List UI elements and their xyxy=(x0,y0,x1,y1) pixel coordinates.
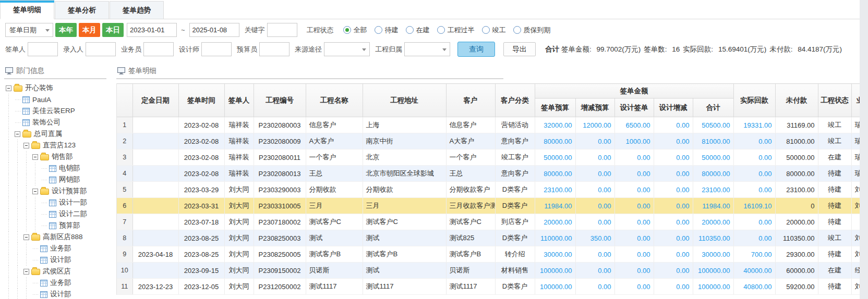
tree-node[interactable]: 设计一部 xyxy=(5,197,111,208)
quick-button-本年[interactable]: 本年 xyxy=(55,23,77,37)
column-header-设计增减[interactable]: 设计增减 xyxy=(654,98,693,117)
tree-node[interactable]: 美佳云装ERP xyxy=(5,105,111,117)
tree-node[interactable]: 高新区店888 xyxy=(5,231,111,243)
date-field-select[interactable]: 签单日期 xyxy=(5,23,53,37)
tree-node[interactable]: 电销部 xyxy=(5,163,111,174)
table-cell: 营销活动 xyxy=(495,117,535,133)
quick-button-本日[interactable]: 本日 xyxy=(102,23,124,37)
table-row[interactable]: 52023-03-29刘大同P2303290003分期收款分期收款分期收款客户D… xyxy=(117,182,860,198)
person-field-input-签单人[interactable] xyxy=(28,42,58,56)
row-number-cell: 7 xyxy=(117,214,132,230)
tree-indent-guide xyxy=(5,197,14,208)
status-radio-竣工[interactable]: 竣工 xyxy=(482,26,506,35)
column-header-定金日期[interactable]: 定金日期 xyxy=(132,84,178,117)
column-header-签单人[interactable]: 签单人 xyxy=(224,84,254,117)
tree-node[interactable]: 设计预算部 xyxy=(5,185,111,197)
tree-node[interactable]: 网销部 xyxy=(5,174,111,185)
person-field-input-录入人[interactable] xyxy=(86,42,116,56)
table-cell: P2302080009 xyxy=(254,133,306,150)
column-header-工程名称[interactable]: 工程名称 xyxy=(306,84,363,117)
tree-node[interactable]: 装饰公司 xyxy=(5,117,111,128)
tree-node[interactable]: 预算部 xyxy=(5,220,111,231)
table-row[interactable]: 72023-07-18刘大同P2307180002测试客户C测试客户C测试客户C… xyxy=(117,214,860,230)
table-row[interactable]: 92023-04-182023-08-25刘大同P2308250005测试客户B… xyxy=(117,246,860,263)
table-cell: 80000.00 xyxy=(775,166,818,182)
table-row[interactable]: 62023-03-31刘大同P2303310005三月三月三月收款客户测D类客户… xyxy=(117,198,860,214)
table-row[interactable]: 102023-09-15刘大同P2309150002贝诺斯测试贝诺斯材料销售10… xyxy=(117,263,860,279)
tree-node[interactable]: 设计部 xyxy=(5,289,111,299)
column-header-签单预算[interactable]: 签单预算 xyxy=(535,98,575,117)
tree-collapse-icon[interactable] xyxy=(23,143,29,148)
tab-3[interactable]: 签单趋势 xyxy=(110,1,164,19)
tree-collapse-icon[interactable] xyxy=(32,154,38,160)
column-header-工程编号[interactable]: 工程编号 xyxy=(254,84,306,117)
table-row[interactable]: 112023-12-232023-12-05刘大同P2312050002测试11… xyxy=(117,279,860,295)
tree-node[interactable]: 总司直属 xyxy=(5,128,111,140)
column-header-增减预算[interactable]: 增减预算 xyxy=(575,98,614,117)
tree-collapse-icon[interactable] xyxy=(6,85,11,91)
summary-item-label: 签单数: xyxy=(644,45,669,53)
table-cell: 测试客户B xyxy=(446,246,495,263)
status-radio-待建[interactable]: 待建 xyxy=(375,26,399,35)
status-radio-在建[interactable]: 在建 xyxy=(406,26,430,35)
table-row[interactable]: 42023-02-08瑞祥装P2302080013王总北京市朝阳区全球影城王总意… xyxy=(117,166,860,182)
column-header-客户分类[interactable]: 客户分类 xyxy=(495,84,535,117)
table-row[interactable]: 82023-08-25刘大同P2308250003测试测试测试825D类客户11… xyxy=(117,230,860,246)
table-cell: 0.00 xyxy=(575,133,614,150)
column-header-合计[interactable]: 合计 xyxy=(693,98,733,117)
column-header-工程状态[interactable]: 工程状态 xyxy=(818,84,851,117)
source-select[interactable] xyxy=(324,42,370,56)
table-cell xyxy=(132,182,178,198)
tree-node[interactable]: 武侯区店 xyxy=(5,266,111,277)
column-header-客户[interactable]: 客户 xyxy=(446,84,495,117)
tab-2[interactable]: 签单分析 xyxy=(55,1,109,19)
table-cell: 待建 xyxy=(818,166,851,182)
tree-indent-guide xyxy=(5,174,14,185)
status-radio-全部[interactable]: 全部 xyxy=(343,26,367,35)
tree-node[interactable]: 设计部 xyxy=(5,254,111,266)
keyword-input[interactable] xyxy=(267,23,297,37)
tree-collapse-icon[interactable] xyxy=(23,269,29,275)
table-cell: 刘大同 xyxy=(851,230,860,246)
column-header-业务员[interactable]: 业务员 xyxy=(851,84,860,117)
export-button[interactable]: 导出 xyxy=(503,42,536,56)
table-cell: 一个客户 xyxy=(306,150,363,166)
tree-node-label: 设计一部 xyxy=(59,198,87,207)
tree-collapse-icon[interactable] xyxy=(15,131,20,137)
query-button[interactable]: 查询 xyxy=(457,42,495,57)
column-header-未付款[interactable]: 未付款 xyxy=(775,84,818,117)
person-field-input-预算员[interactable] xyxy=(259,42,290,56)
tree-node[interactable]: PaulA xyxy=(5,94,111,105)
tree-collapse-icon[interactable] xyxy=(23,234,29,240)
table-cell: 信息客户 xyxy=(446,117,495,133)
column-header-rownum[interactable] xyxy=(117,84,132,117)
table-row[interactable]: 22023-02-08瑞祥装P2302080009A大客户南京中街A大客户意向客… xyxy=(117,133,860,150)
tree-node[interactable]: 业务部 xyxy=(5,277,111,289)
tab-1[interactable]: 签单明细 xyxy=(0,0,54,19)
tree-node[interactable]: 销售部 xyxy=(5,151,111,163)
tree-node[interactable]: 设计二部 xyxy=(5,208,111,220)
tree-collapse-icon[interactable] xyxy=(32,189,38,194)
table-cell: 竣工 xyxy=(818,117,851,133)
status-radio-工程过半[interactable]: 工程过半 xyxy=(437,26,475,35)
tree-indent-guide xyxy=(14,163,23,174)
column-header-签单时间[interactable]: 签单时间 xyxy=(178,84,224,117)
column-group-header-签单金额[interactable]: 签单金额 xyxy=(535,84,733,98)
tree-node[interactable]: 业务部 xyxy=(5,243,111,254)
tree-node[interactable]: 开心装饰 xyxy=(5,82,111,94)
date-to-input[interactable] xyxy=(189,23,239,37)
column-header-实际回款[interactable]: 实际回款 xyxy=(733,84,775,117)
owner-select[interactable] xyxy=(404,42,450,56)
quick-button-本月[interactable]: 本月 xyxy=(79,23,100,37)
tree-node[interactable]: 直营店123 xyxy=(5,140,111,151)
table-row[interactable]: 32023-02-08瑞祥装P2302080011一个客户北京一个客户竣工客户5… xyxy=(117,150,860,166)
date-from-input[interactable] xyxy=(127,23,177,37)
column-header-工程地址[interactable]: 工程地址 xyxy=(363,84,446,117)
person-field-input-设计师[interactable] xyxy=(201,42,232,56)
column-header-设计签单[interactable]: 设计签单 xyxy=(614,98,654,117)
status-radio-质保到期[interactable]: 质保到期 xyxy=(513,26,551,35)
table-cell: 80000.00 xyxy=(535,133,575,150)
person-field-input-业务员[interactable] xyxy=(143,42,174,56)
table-cell: D类客户 xyxy=(495,198,535,214)
table-row[interactable]: 12023-02-08瑞祥装P2302080003信息客户上海信息客户营销活动3… xyxy=(117,117,860,133)
